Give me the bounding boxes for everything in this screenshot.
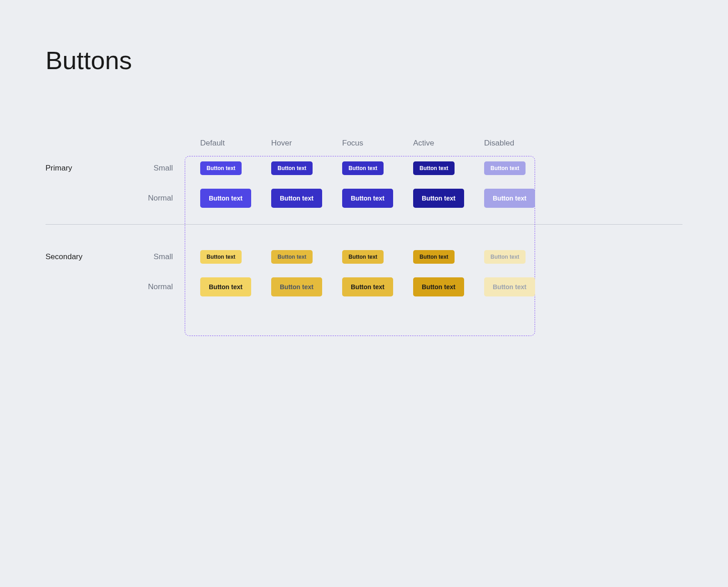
secondary-normal-disabled-button: Button text <box>484 277 535 296</box>
secondary-small-disabled-button: Button text <box>484 250 526 264</box>
secondary-normal-active-button[interactable]: Button text <box>413 277 464 296</box>
col-hover: Hover <box>262 139 333 148</box>
primary-small-row: Primary Small Button text Button text Bu… <box>46 161 682 175</box>
secondary-normal-hover-button[interactable]: Button text <box>271 277 322 296</box>
secondary-small-active-button[interactable]: Button text <box>413 250 455 264</box>
primary-small-disabled-button: Button text <box>484 161 526 175</box>
page-title: Buttons <box>46 45 682 75</box>
column-headers: Default Hover Focus Active Disabled <box>46 139 682 148</box>
secondary-small-row: Secondary Small Button text Button text … <box>46 250 682 264</box>
secondary-small-default-button[interactable]: Button text <box>200 250 242 264</box>
primary-small-active-button[interactable]: Button text <box>413 161 455 175</box>
col-focus: Focus <box>333 139 404 148</box>
col-default: Default <box>191 139 262 148</box>
size-normal-label: Normal <box>136 194 191 203</box>
col-disabled: Disabled <box>475 139 546 148</box>
primary-normal-focus-button[interactable]: Button text <box>342 189 393 208</box>
primary-small-default-button[interactable]: Button text <box>200 161 242 175</box>
primary-normal-row: Normal Button text Button text Button te… <box>46 189 682 208</box>
group-divider <box>46 224 682 225</box>
primary-small-focus-button[interactable]: Button text <box>342 161 384 175</box>
col-active: Active <box>404 139 475 148</box>
size-small-label: Small <box>136 164 191 173</box>
primary-label: Primary <box>46 164 136 173</box>
secondary-small-hover-button[interactable]: Button text <box>271 250 313 264</box>
primary-small-hover-button[interactable]: Button text <box>271 161 313 175</box>
primary-group: Primary Small Button text Button text Bu… <box>46 161 682 208</box>
secondary-normal-focus-button[interactable]: Button text <box>342 277 393 296</box>
primary-normal-disabled-button: Button text <box>484 189 535 208</box>
size-normal-label: Normal <box>136 282 191 291</box>
secondary-label: Secondary <box>46 252 136 261</box>
button-spec-grid: Default Hover Focus Active Disabled Prim… <box>46 139 682 296</box>
primary-normal-hover-button[interactable]: Button text <box>271 189 322 208</box>
primary-normal-default-button[interactable]: Button text <box>200 189 251 208</box>
size-small-label: Small <box>136 252 191 261</box>
secondary-group: Secondary Small Button text Button text … <box>46 250 682 296</box>
secondary-small-focus-button[interactable]: Button text <box>342 250 384 264</box>
secondary-normal-row: Normal Button text Button text Button te… <box>46 277 682 296</box>
secondary-normal-default-button[interactable]: Button text <box>200 277 251 296</box>
primary-normal-active-button[interactable]: Button text <box>413 189 464 208</box>
